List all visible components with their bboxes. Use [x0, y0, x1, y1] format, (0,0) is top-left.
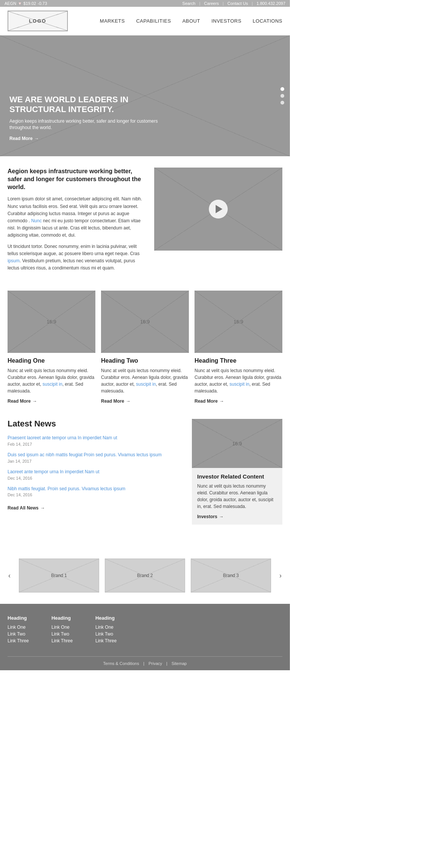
careers-link[interactable]: Careers — [204, 1, 219, 6]
news-link-3[interactable]: Laoreet ante tempor urna In imperdiet Na… — [8, 469, 184, 475]
card-1-ratio: 16:9 — [47, 319, 56, 325]
brands-list: Brand 1 Brand 2 Brand 3 — [19, 559, 271, 593]
contact-link[interactable]: Contact Us — [227, 1, 248, 6]
footer-terms-link[interactable]: Terms & Conditions — [103, 661, 139, 666]
read-all-news-link[interactable]: Read All News — [8, 505, 45, 511]
main-nav: LOGO MARKETS CAPABILITIES ABOUT INVESTOR… — [0, 7, 290, 35]
brands-slider: ‹ Brand 1 Brand 2 Brand 3 › — [0, 551, 290, 600]
card-3-ratio: 16:9 — [234, 319, 243, 325]
card-2-text: Nunc at velit quis lectus nonummy eleid.… — [101, 367, 189, 394]
card-2-read-more[interactable]: Read More — [101, 399, 130, 404]
hero-dots — [280, 87, 284, 105]
footer-col-1: Heading Link One Link Two Link Three — [8, 615, 29, 645]
card-3-arrow-icon — [219, 399, 224, 404]
footer-sitemap-link[interactable]: Sitemap — [172, 661, 187, 666]
news-heading: Latest News — [8, 419, 184, 429]
investor-arrow-icon — [219, 514, 224, 519]
brand-item-3[interactable]: Brand 3 — [191, 559, 271, 593]
arrow-right-icon — [34, 136, 39, 141]
footer-col-1-link-3[interactable]: Link Three — [8, 638, 29, 643]
footer-col-3: Heading Link One Link Two Link Three — [95, 615, 116, 645]
top-bar: AEGN ▼ $19.02 -0.73 Search | Careers | C… — [0, 0, 290, 7]
card-2-heading: Heading Two — [101, 357, 189, 364]
investor-link[interactable]: Investors — [197, 514, 224, 519]
top-bar-left: AEGN ▼ $19.02 -0.73 — [5, 1, 47, 6]
brands-next-button[interactable]: › — [275, 570, 286, 581]
brand-label-1: Brand 1 — [51, 573, 67, 578]
investor-heading: Investor Related Content — [197, 473, 277, 480]
about-heading: Aegion keeps infrastructure working bett… — [8, 168, 147, 191]
brands-prev-button[interactable]: ‹ — [4, 570, 15, 581]
about-section: Aegion keeps infrastructure working bett… — [8, 168, 282, 275]
footer-col-2-link-2[interactable]: Link Two — [51, 631, 72, 637]
footer-col-3-link-2[interactable]: Link Two — [95, 631, 116, 637]
nav-investors[interactable]: INVESTORS — [211, 18, 241, 24]
footer-privacy-link[interactable]: Privacy — [149, 661, 162, 666]
footer-col-2-link-1[interactable]: Link One — [51, 625, 72, 630]
footer-col-3-heading: Heading — [95, 615, 116, 621]
news-date-4: Dec 14, 2016 — [8, 492, 184, 497]
footer-col-2-link-3[interactable]: Link Three — [51, 638, 72, 643]
hero-read-more[interactable]: Read More — [9, 136, 39, 141]
card-1-read-more[interactable]: Read More — [8, 399, 37, 404]
read-all-arrow-icon — [40, 505, 45, 511]
footer-links: Heading Link One Link Two Link Three Hea… — [8, 615, 282, 645]
cards-section: 16:9 Heading One Nunc at velit quis lect… — [8, 291, 282, 404]
card-1-arrow-icon — [32, 399, 37, 404]
card-3-heading: Heading Three — [195, 357, 282, 364]
news-link-4[interactable]: Nibh mattis feugiat. Proin sed purus. Vi… — [8, 486, 184, 492]
about-para2: Ut tincidunt tortor. Donec nonummy, enim… — [8, 243, 147, 272]
news-link-1[interactable]: Praesent laoreet ante tempor urna In imp… — [8, 435, 184, 441]
nav-locations[interactable]: LOCATIONS — [253, 18, 282, 24]
brand-item-2[interactable]: Brand 2 — [105, 559, 185, 593]
nav-about[interactable]: ABOUT — [182, 18, 200, 24]
investor-text: Nunc at velit quis lectus nonummy eleid.… — [197, 483, 277, 510]
about-para1: Lorem ipsum dolor sit amet, consectetuer… — [8, 195, 147, 239]
hero-content: WE ARE WORLD LEADERS IN STRUCTURAL INTEG… — [9, 95, 160, 141]
card-2-ratio: 16:9 — [140, 319, 150, 325]
news-video-ratio: 16:9 — [232, 441, 242, 446]
about-text: Aegion keeps infrastructure working bett… — [8, 168, 147, 275]
hero-subheading: Aegion keeps infrastructure working bett… — [9, 118, 160, 131]
card-1-image: 16:9 — [8, 291, 95, 353]
hero-dot-2[interactable] — [280, 94, 284, 98]
brand-item-1[interactable]: Brand 1 — [19, 559, 99, 593]
news-link-2[interactable]: Duis sed ipsum ac nibh mattis feugiat Pr… — [8, 452, 184, 458]
card-3: 16:9 Heading Three Nunc at velit quis le… — [195, 291, 282, 404]
footer-col-1-link-1[interactable]: Link One — [8, 625, 29, 630]
about-video[interactable] — [154, 168, 282, 251]
card-3-read-more[interactable]: Read More — [195, 399, 224, 404]
nav-markets[interactable]: MARKETS — [100, 18, 125, 24]
play-button[interactable] — [209, 200, 228, 219]
stock-ticker: AEGN ▼ $19.02 -0.73 — [5, 1, 47, 6]
news-section: Latest News Praesent laoreet ante tempor… — [8, 419, 282, 525]
news-item-4: Nibh mattis feugiat. Proin sed purus. Vi… — [8, 486, 184, 497]
news-date-2: Jan 14, 2017 — [8, 459, 184, 463]
phone-number: 1.800.432.2097 — [257, 1, 285, 6]
hero-heading: WE ARE WORLD LEADERS IN STRUCTURAL INTEG… — [9, 95, 160, 115]
footer-col-3-link-3[interactable]: Link Three — [95, 638, 116, 643]
main-content: Aegion keeps infrastructure working bett… — [0, 156, 290, 551]
nav-links: MARKETS CAPABILITIES ABOUT INVESTORS LOC… — [100, 18, 282, 24]
footer-col-1-link-2[interactable]: Link Two — [8, 631, 29, 637]
nav-capabilities[interactable]: CAPABILITIES — [136, 18, 171, 24]
stock-arrow: ▼ — [18, 1, 22, 6]
logo-text: LOGO — [29, 18, 46, 24]
footer-col-3-link-1[interactable]: Link One — [95, 625, 116, 630]
hero-dot-3[interactable] — [280, 101, 284, 105]
search-link[interactable]: Search — [182, 1, 196, 6]
news-item-1: Praesent laoreet ante tempor urna In imp… — [8, 435, 184, 446]
card-2-image: 16:9 — [101, 291, 189, 353]
hero-dot-1[interactable] — [280, 87, 284, 91]
news-date-3: Dec 14, 2016 — [8, 476, 184, 480]
card-3-text: Nunc at velit quis lectus nonummy eleid.… — [195, 367, 282, 394]
footer-col-1-heading: Heading — [8, 615, 29, 621]
logo[interactable]: LOGO — [8, 11, 68, 31]
stock-symbol: AEGN — [5, 1, 16, 6]
stock-price: $19.02 — [23, 1, 36, 6]
card-1-heading: Heading One — [8, 357, 95, 364]
card-2: 16:9 Heading Two Nunc at velit quis lect… — [101, 291, 189, 404]
investor-box: Investor Related Content Nunc at velit q… — [192, 468, 282, 525]
footer: Heading Link One Link Two Link Three Hea… — [0, 604, 290, 670]
top-bar-right: Search | Careers | Contact Us | 1.800.43… — [182, 1, 285, 6]
